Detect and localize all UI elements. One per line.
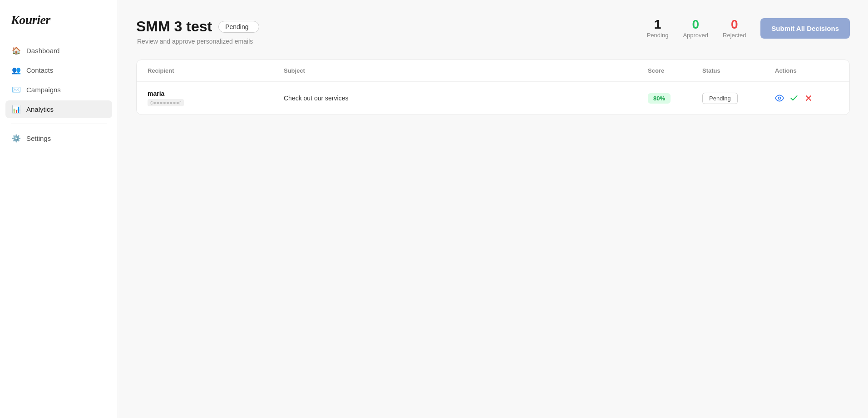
logo-area: Kourier [0, 0, 118, 42]
approve-button[interactable] [789, 94, 799, 103]
sidebar-item-label: Analytics [26, 105, 54, 113]
rejected-label: Rejected [723, 32, 746, 39]
recipient-cell: maria c●●●●●●●●r [148, 90, 284, 106]
subject-cell: Check out our services [284, 94, 648, 102]
col-recipient: Recipient [148, 67, 284, 74]
subject-text: Check out our services [284, 95, 348, 102]
analytics-icon: 📊 [12, 105, 21, 114]
submit-all-button[interactable]: Submit All Decisions [760, 18, 850, 39]
decisions-table: Recipient Subject Score Status Actions m… [136, 60, 850, 115]
actions-cell [775, 94, 838, 103]
sidebar-item-settings[interactable]: ⚙️ Settings [5, 129, 112, 147]
sidebar-item-label: Settings [26, 134, 51, 142]
view-button[interactable] [775, 94, 784, 103]
pending-count: 1 [654, 18, 661, 31]
col-score: Score [648, 67, 702, 74]
score-cell: 80% [648, 93, 702, 104]
table-row: maria c●●●●●●●●r Check out our services … [137, 82, 849, 114]
approved-count: 0 [692, 18, 699, 31]
contacts-icon: 👥 [12, 66, 21, 75]
sidebar-item-label: Contacts [26, 66, 53, 74]
status-filter-dropdown[interactable]: Pending Approved Rejected All [218, 21, 259, 33]
sidebar-item-label: Dashboard [26, 47, 59, 55]
approved-label: Approved [683, 32, 708, 39]
sidebar-item-contacts[interactable]: 👥 Contacts [5, 61, 112, 79]
sidebar-item-label: Campaigns [26, 86, 61, 94]
col-subject: Subject [284, 67, 648, 74]
page-title-row: SMM 3 test Pending Approved Rejected All [136, 18, 259, 35]
header-right: 1 Pending 0 Approved 0 Rejected Submit A… [647, 18, 850, 39]
home-icon: 🏠 [12, 46, 21, 55]
reject-button[interactable] [804, 94, 813, 103]
col-status: Status [702, 67, 775, 74]
nav-divider [11, 124, 107, 124]
page-title-section: SMM 3 test Pending Approved Rejected All… [136, 18, 259, 45]
pending-label: Pending [647, 32, 669, 39]
sidebar-item-campaigns[interactable]: ✉️ Campaigns [5, 81, 112, 99]
svg-point-0 [779, 97, 781, 100]
page-title: SMM 3 test [136, 18, 212, 35]
recipient-name: maria [148, 90, 284, 97]
rejected-count: 0 [731, 18, 738, 31]
main-content: SMM 3 test Pending Approved Rejected All… [118, 0, 868, 418]
page-subtitle: Review and approve personalized emails [137, 38, 259, 45]
campaigns-icon: ✉️ [12, 85, 21, 94]
recipient-email: c●●●●●●●●r [148, 99, 184, 106]
table-header: Recipient Subject Score Status Actions [137, 60, 849, 82]
page-header: SMM 3 test Pending Approved Rejected All… [136, 18, 850, 45]
sidebar-item-dashboard[interactable]: 🏠 Dashboard [5, 42, 112, 60]
stats-group: 1 Pending 0 Approved 0 Rejected [647, 18, 746, 39]
sidebar-item-analytics[interactable]: 📊 Analytics [5, 100, 112, 118]
stat-approved: 0 Approved [683, 18, 708, 39]
sidebar-nav: 🏠 Dashboard 👥 Contacts ✉️ Campaigns 📊 An… [0, 42, 118, 147]
col-actions: Actions [775, 67, 838, 74]
settings-icon: ⚙️ [12, 134, 21, 143]
app-logo: Kourier [11, 13, 50, 27]
stat-rejected: 0 Rejected [723, 18, 746, 39]
score-badge: 80% [648, 93, 671, 104]
status-badge: Pending [702, 93, 738, 104]
status-cell: Pending [702, 93, 775, 104]
sidebar: Kourier 🏠 Dashboard 👥 Contacts ✉️ Campai… [0, 0, 118, 418]
stat-pending: 1 Pending [647, 18, 669, 39]
